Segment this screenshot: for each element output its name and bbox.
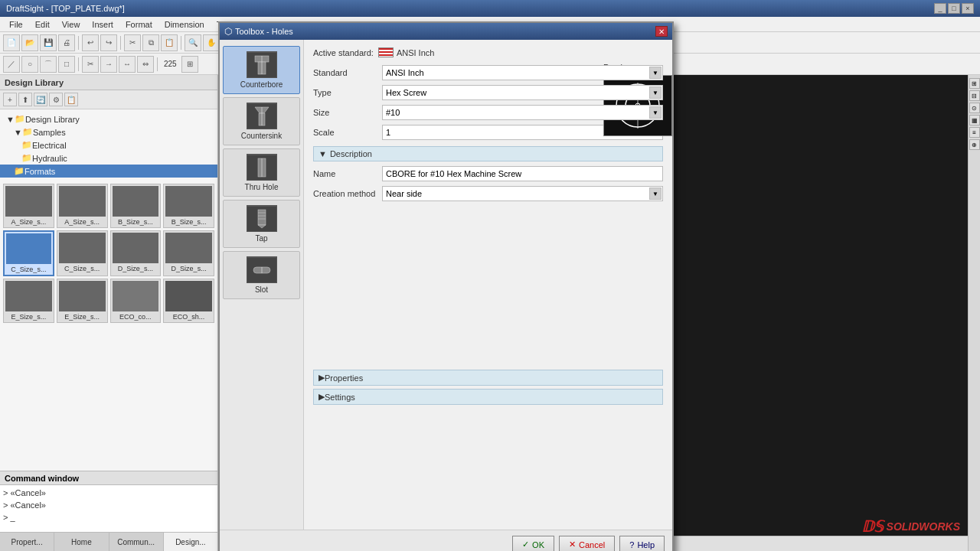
active-standard-label: Active standard: <box>313 48 374 57</box>
counterbore-icon <box>247 51 277 78</box>
us-flag-icon <box>378 47 394 57</box>
standard-select-wrapper: ANSI Inch ▼ <box>382 65 663 80</box>
standard-row: Standard ANSI Inch ▼ <box>313 65 663 80</box>
type-row: Type Hex Screw ▼ <box>313 85 663 100</box>
type-select-wrapper: Hex Screw ▼ <box>382 85 663 100</box>
thru-hole-icon <box>247 154 277 181</box>
settings-arrow: ▶ <box>318 392 325 402</box>
tap-label: Tap <box>255 234 267 243</box>
counterbore-label: Counterbore <box>240 80 283 89</box>
ok-button[interactable]: ✓ OK <box>512 536 554 552</box>
size-row: Size #10 ▼ <box>313 105 663 120</box>
scale-label: Scale <box>313 128 382 137</box>
tap-svg <box>247 207 276 231</box>
name-input[interactable] <box>382 166 663 181</box>
creation-method-select-wrapper: Near side Far side Both sides ▼ <box>382 186 663 201</box>
hole-type-tap[interactable]: Tap <box>223 200 300 248</box>
ok-check-icon: ✓ <box>522 540 529 549</box>
hole-type-countersink[interactable]: Countersink <box>223 97 300 145</box>
countersink-icon <box>247 103 277 129</box>
creation-method-select[interactable]: Near side Far side Both sides <box>382 186 663 201</box>
properties-arrow: ▶ <box>318 373 325 383</box>
thru-hole-svg <box>247 155 276 180</box>
hole-type-sidebar: Counterbore Countersink <box>220 40 304 530</box>
cancel-button[interactable]: ✕ Cancel <box>559 536 615 552</box>
properties-section-header[interactable]: ▶ Properties <box>313 370 663 386</box>
dialog-close-button[interactable]: ✕ <box>655 26 668 37</box>
countersink-svg <box>247 104 276 129</box>
creation-method-row: Creation method Near side Far side Both … <box>313 186 663 201</box>
active-standard-row: Active standard: ANSI Inch <box>313 47 663 57</box>
hole-type-counterbore[interactable]: Counterbore <box>223 46 300 94</box>
description-label: Description <box>330 149 372 158</box>
dialog-icon: ⬡ <box>224 26 232 37</box>
slot-svg <box>247 258 276 282</box>
tap-icon <box>247 205 277 232</box>
type-label: Type <box>313 88 382 97</box>
size-select-wrapper: #10 ▼ <box>382 105 663 120</box>
description-arrow: ▼ <box>318 149 327 158</box>
counterbore-svg <box>247 53 276 77</box>
holes-dialog: ⬡ Toolbox - Holes ✕ Counterbo <box>218 21 674 551</box>
standard-select[interactable]: ANSI Inch <box>382 65 663 80</box>
help-button[interactable]: ? Help <box>619 536 665 552</box>
countersink-label: Countersink <box>241 132 282 140</box>
size-label: Size <box>313 108 382 117</box>
slot-icon <box>247 256 277 283</box>
dialog-buttons: ✓ OK ✕ Cancel ? Help <box>220 530 672 551</box>
description-section-header[interactable]: ▼ Description <box>313 146 663 161</box>
hole-type-thru-hole[interactable]: Thru Hole <box>223 148 300 197</box>
cancel-x-icon: ✕ <box>569 540 576 549</box>
dialog-body: Counterbore Countersink <box>220 40 672 530</box>
type-select[interactable]: Hex Screw <box>382 85 663 100</box>
properties-label: Properties <box>325 373 363 383</box>
svg-rect-12 <box>258 210 266 225</box>
help-icon: ? <box>629 540 634 549</box>
slot-label: Slot <box>255 285 268 294</box>
settings-label: Settings <box>325 393 355 402</box>
dialog-overlay: ⬡ Toolbox - Holes ✕ Counterbo <box>0 0 980 551</box>
settings-section-header[interactable]: ▶ Settings <box>313 389 663 405</box>
name-label: Name <box>313 169 382 178</box>
dialog-main: Active standard: ANSI Inch Preview <box>304 40 672 530</box>
name-row: Name <box>313 166 663 181</box>
standard-label: Standard <box>313 68 382 77</box>
creation-method-label: Creation method <box>313 189 382 198</box>
dialog-title-bar: ⬡ Toolbox - Holes ✕ <box>220 23 672 40</box>
hole-type-slot[interactable]: Slot <box>223 251 300 299</box>
dialog-title: Toolbox - Holes <box>235 27 655 36</box>
active-standard-name: ANSI Inch <box>397 48 435 57</box>
thru-hole-label: Thru Hole <box>245 183 279 191</box>
size-select[interactable]: #10 <box>382 105 663 120</box>
